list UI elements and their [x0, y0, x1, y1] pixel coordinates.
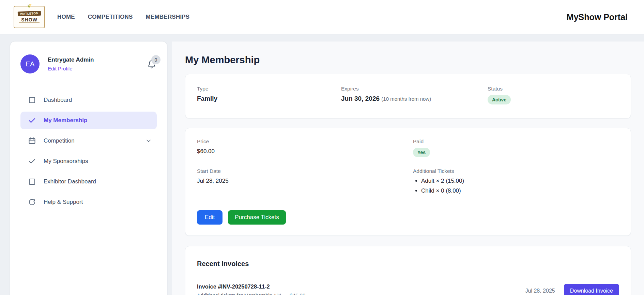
refresh-icon: [28, 198, 36, 206]
paid-badge: Yes: [413, 148, 430, 157]
status-badge: Active: [488, 95, 511, 104]
check-icon: [28, 116, 36, 125]
download-invoice-button[interactable]: Download Invoice: [564, 284, 619, 295]
sidebar-item-label: My Membership: [44, 117, 87, 124]
sidebar-item-exhibitor-dashboard[interactable]: Exhibitor Dashboard: [20, 173, 157, 191]
sidebar: EA Entrygate Admin Edit Profile 0 Dashbo…: [10, 42, 167, 295]
nav-link-competitions[interactable]: COMPETITIONS: [88, 14, 133, 20]
type-label: Type: [197, 86, 341, 92]
sidebar-item-label: Help & Support: [44, 199, 83, 206]
membership-details-card: Price $60.00 Paid Yes Start Date Jul 28,…: [185, 128, 631, 236]
additional-tickets-list: Adult × 2 (15.00) Child × 0 (8.00): [421, 178, 619, 194]
wheat-decoration: 🌾: [27, 4, 32, 8]
chevron-down-icon: [145, 137, 152, 144]
primary-nav: HOME COMPETITIONS MEMBERSHIPS: [57, 14, 189, 20]
expires-date: Jun 30, 2026: [341, 95, 380, 102]
expires-note: (10 months from now): [381, 96, 431, 102]
invoice-number: Invoice #INV-20250728-11-2: [197, 283, 305, 290]
nav-link-memberships[interactable]: MEMBERSHIPS: [146, 14, 190, 20]
notification-count-badge: 0: [151, 55, 160, 64]
notifications-button[interactable]: 0: [147, 60, 156, 70]
page-body: My Membership Type Family Expires Jun 30…: [0, 34, 644, 295]
type-value: Family: [197, 95, 341, 102]
sidebar-menu: Dashboard My Membership Competition My S…: [20, 91, 157, 211]
invoice-row: Invoice #INV-20250728-11-2 Additional ti…: [197, 283, 619, 295]
square-icon: [28, 178, 36, 186]
nav-link-home[interactable]: HOME: [57, 14, 75, 20]
avatar: EA: [20, 54, 40, 73]
recent-invoices-card: Recent Invoices Invoice #INV-20250728-11…: [185, 246, 631, 295]
top-navbar: 🌾 WATLETON SHOW HOME COMPETITIONS MEMBER…: [0, 0, 644, 34]
sidebar-item-label: Exhibitor Dashboard: [44, 178, 96, 185]
square-icon: [28, 96, 36, 104]
membership-summary-card: Type Family Expires Jun 30, 2026 (10 mon…: [185, 74, 631, 118]
portal-title: MyShow Portal: [567, 12, 628, 22]
sidebar-item-label: Dashboard: [44, 97, 72, 103]
paid-label: Paid: [413, 138, 619, 145]
sidebar-item-label: Competition: [44, 137, 75, 144]
start-date-label: Start Date: [197, 168, 413, 174]
check-icon: [28, 157, 36, 165]
invoice-description: Additional tickets for Membership #11 — …: [197, 292, 305, 295]
user-row: EA Entrygate Admin Edit Profile 0: [20, 54, 157, 73]
sidebar-item-my-sponsorships[interactable]: My Sponsorships: [20, 152, 157, 170]
price-label: Price: [197, 138, 413, 145]
sidebar-item-dashboard[interactable]: Dashboard: [20, 91, 157, 109]
sidebar-item-competition[interactable]: Competition: [20, 132, 157, 150]
invoice-date: Jul 28, 2025: [525, 288, 555, 294]
calendar-icon: [28, 137, 36, 145]
logo-line1: WATLETON: [18, 11, 41, 16]
start-date-value: Jul 28, 2025: [197, 178, 413, 184]
ticket-item-adult: Adult × 2 (15.00): [421, 178, 619, 184]
status-label: Status: [488, 86, 511, 92]
edit-button[interactable]: Edit: [197, 210, 223, 225]
sidebar-item-my-membership[interactable]: My Membership: [20, 112, 157, 129]
page-title: My Membership: [185, 54, 630, 66]
additional-tickets-label: Additional Tickets: [413, 168, 619, 174]
main-content: My Membership Type Family Expires Jun 30…: [172, 42, 644, 295]
logo-line2: SHOW: [19, 17, 40, 23]
expires-value: Jun 30, 2026 (10 months from now): [341, 95, 488, 102]
recent-invoices-title: Recent Invoices: [197, 260, 619, 268]
edit-profile-link[interactable]: Edit Profile: [48, 66, 73, 71]
ticket-item-child: Child × 0 (8.00): [421, 187, 619, 194]
user-name: Entrygate Admin: [48, 56, 94, 63]
purchase-tickets-button[interactable]: Purchase Tickets: [228, 210, 286, 225]
price-value: $60.00: [197, 148, 413, 155]
sidebar-item-label: My Sponsorships: [44, 158, 88, 165]
show-logo[interactable]: 🌾 WATLETON SHOW: [14, 6, 45, 28]
expires-label: Expires: [341, 86, 488, 92]
sidebar-item-help-support[interactable]: Help & Support: [20, 193, 157, 211]
